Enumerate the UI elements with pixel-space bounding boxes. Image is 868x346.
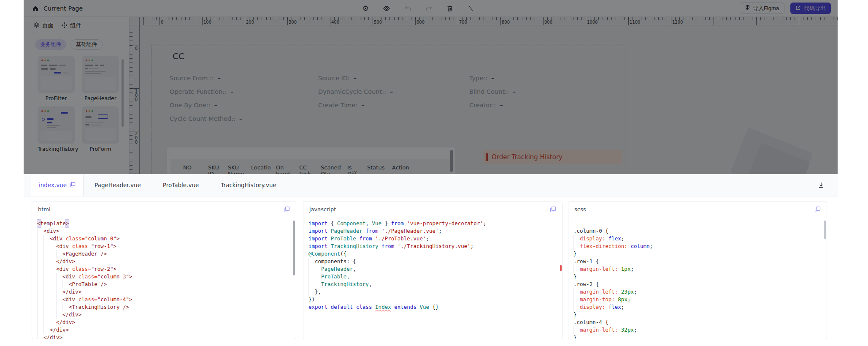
code-line: ProTable, — [303, 273, 562, 281]
code-line: } — [568, 273, 827, 281]
ruler-tick-label: 600 — [416, 20, 425, 25]
code-line: .column-0 { — [568, 227, 827, 235]
code-line: </div> — [32, 258, 296, 265]
home-icon[interactable] — [31, 4, 40, 13]
component-name: ProForm — [82, 146, 119, 152]
ruler-tick-label: 500 — [374, 20, 382, 25]
field-value: – — [491, 75, 494, 82]
import-figma-button[interactable]: 导入Figma — [740, 3, 784, 14]
field-value: – — [500, 102, 503, 109]
copy-code-icon[interactable] — [284, 206, 290, 213]
copy-code-icon[interactable] — [550, 206, 556, 213]
file-tab-label: PageHeader.vue — [95, 182, 141, 188]
preview-eye-icon[interactable] — [382, 4, 391, 13]
form-field[interactable]: Creator::– — [469, 102, 503, 109]
panel-language-label: javascript — [309, 206, 336, 213]
component-thumbnail — [82, 56, 119, 93]
form-field[interactable]: Blind Count::– — [469, 88, 516, 95]
sidebar-tab-components[interactable]: 组件 — [61, 22, 81, 30]
field-value: – — [214, 102, 217, 109]
code-line: }, — [303, 288, 562, 296]
code-line: <div class="row-1"> — [32, 242, 296, 250]
code-line: } — [568, 250, 827, 258]
delete-trash-icon[interactable] — [446, 4, 454, 13]
code-line — [568, 220, 827, 227]
field-value: – — [230, 88, 233, 95]
sidebar-scrollbar[interactable] — [122, 59, 124, 127]
form-field[interactable]: Create Time:– — [318, 102, 364, 109]
component-card-PageHeader[interactable]: PageHeader — [82, 56, 119, 101]
field-label: Source ID: — [318, 75, 350, 82]
code-line: } — [568, 311, 827, 319]
field-label: Type:: — [469, 75, 487, 82]
file-tab-index-vue[interactable]: index.vue — [31, 174, 84, 196]
top-bar: Current Page ⚙ — [24, 0, 838, 17]
component-thumbnail — [82, 106, 119, 144]
form-field[interactable]: Operate Function::– — [170, 88, 233, 95]
form-field[interactable]: Cycle Count Method::– — [170, 115, 242, 122]
code-line: <div> — [32, 227, 296, 235]
file-tab-ProTable-vue[interactable]: ProTable.vue — [152, 174, 210, 196]
component-card-TrackingHistory[interactable]: TrackingHistory — [38, 106, 75, 152]
form-field[interactable]: Type::– — [469, 75, 494, 82]
code-line: <template> — [32, 220, 296, 227]
component-name: ProFilter — [38, 95, 75, 101]
code-editor-scss[interactable]: .column-0 {display: flex;flex-direction:… — [568, 217, 827, 339]
sidebar-tab-pages[interactable]: 页面 — [33, 22, 54, 30]
field-value: – — [390, 88, 393, 95]
tracking-history-component[interactable]: Order Tracking History — [483, 150, 622, 164]
filter-basic-components[interactable]: 基础组件 — [70, 39, 103, 50]
code-line: import PageHeader from './PageHeader.vue… — [303, 227, 562, 235]
file-tab-TrackingHistory-vue[interactable]: TrackingHistory.vue — [210, 174, 287, 196]
layers-icon — [33, 22, 40, 30]
file-tab-PageHeader-vue[interactable]: PageHeader.vue — [84, 174, 152, 196]
file-tab-label: ProTable.vue — [163, 182, 199, 188]
component-name: PageHeader — [82, 95, 119, 101]
ruler-tick-label: 1100 — [630, 20, 640, 25]
form-field[interactable]: One By One::– — [170, 102, 217, 109]
code-line: import TrackingHistory from './TrackingH… — [303, 242, 562, 250]
code-line: <div class="column-0"> — [32, 235, 296, 242]
code-line: </div> — [32, 319, 296, 326]
code-line: </div> — [32, 311, 296, 319]
undo-icon[interactable] — [403, 4, 412, 13]
code-line: display: flex; — [568, 235, 827, 242]
code-line: </div> — [32, 326, 296, 334]
code-line: <div class="column-3"> — [32, 273, 296, 281]
ruler-tick-label: 1000 — [587, 20, 598, 25]
ruler-tick-label: 0 — [161, 20, 163, 25]
field-value: – — [513, 88, 516, 95]
form-field[interactable]: DynamicCycle Count::– — [318, 88, 393, 95]
field-label: Blind Count:: — [469, 88, 509, 95]
form-field[interactable]: Source From ::– — [170, 75, 221, 82]
line-tool-icon[interactable] — [467, 4, 475, 13]
field-label: Creator:: — [469, 102, 496, 109]
copy-file-icon[interactable] — [70, 182, 76, 189]
redo-icon[interactable] — [425, 4, 433, 13]
code-scrollbar[interactable] — [824, 221, 826, 239]
export-code-button[interactable]: 代码导出 — [790, 3, 831, 14]
code-line: <TrackingHistory /> — [32, 303, 296, 311]
code-line: .column-4 { — [568, 319, 827, 326]
copy-code-icon[interactable] — [814, 206, 821, 213]
component-card-ProForm[interactable]: ProForm — [82, 106, 119, 152]
table-scrollbar[interactable] — [450, 150, 453, 172]
field-value: – — [239, 115, 242, 122]
code-editor-html[interactable]: <template><div><div class="column-0"><di… — [32, 217, 296, 339]
code-line: TrackingHistory, — [303, 281, 562, 288]
filter-business-components[interactable]: 业务组件 — [35, 39, 66, 50]
code-scrollbar[interactable] — [293, 221, 295, 275]
ruler-tick-label: 900 — [544, 20, 552, 25]
page-heading[interactable]: CC — [173, 51, 184, 61]
form-field[interactable]: Source ID:– — [318, 75, 357, 82]
field-label: One By One:: — [170, 102, 211, 109]
code-line: margin-top: 8px; — [568, 296, 827, 303]
settings-icon[interactable]: ⚙ — [361, 4, 370, 13]
ruler-tick-label: 800 — [502, 20, 510, 25]
download-code-icon[interactable] — [817, 180, 826, 190]
code-editor-javascript[interactable]: import { Component, Vue } from 'vue-prop… — [303, 217, 562, 339]
code-panel-scss: scss .column-0 {display: flex;flex-direc… — [568, 202, 827, 339]
component-card-ProFilter[interactable]: ProFilter — [38, 56, 75, 101]
ruler-tick-label: 0 — [134, 46, 138, 51]
code-line: import { Component, Vue } from 'vue-prop… — [303, 220, 562, 227]
